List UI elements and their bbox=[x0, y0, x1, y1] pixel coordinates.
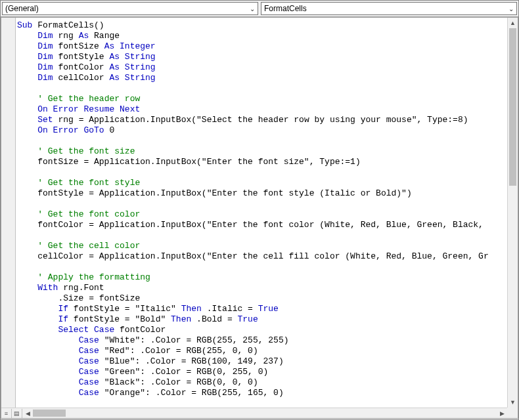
code-editor: Sub FormatCells() Dim rng As Range Dim f… bbox=[1, 17, 518, 419]
scroll-down-icon[interactable]: ▼ bbox=[508, 397, 518, 408]
code-text[interactable]: Sub FormatCells() Dim rng As Range Dim f… bbox=[17, 20, 506, 398]
horizontal-scrollbar[interactable]: ≡ ▤ ◀ ▶ bbox=[1, 408, 507, 418]
horizontal-scroll-track[interactable] bbox=[33, 408, 497, 418]
scrollbar-corner bbox=[507, 408, 518, 418]
horizontal-scroll-thumb[interactable] bbox=[33, 410, 66, 417]
dropdown-bar: (General) ⌄ FormatCells ⌄ bbox=[1, 1, 518, 17]
vertical-scrollbar[interactable]: ▲ ▼ bbox=[507, 18, 518, 408]
scroll-left-icon[interactable]: ◀ bbox=[22, 410, 33, 417]
procedure-dropdown-label: FormatCells bbox=[264, 4, 307, 13]
scroll-right-icon[interactable]: ▶ bbox=[497, 410, 507, 417]
chevron-down-icon: ⌄ bbox=[250, 5, 255, 12]
object-dropdown[interactable]: (General) ⌄ bbox=[2, 2, 258, 15]
code-area[interactable]: Sub FormatCells() Dim rng As Range Dim f… bbox=[16, 18, 507, 408]
procedure-view-button[interactable]: ≡ bbox=[1, 409, 12, 418]
vertical-scroll-thumb[interactable] bbox=[509, 28, 516, 186]
full-module-view-button[interactable]: ▤ bbox=[12, 409, 22, 418]
margin-gutter bbox=[1, 18, 16, 408]
procedure-dropdown[interactable]: FormatCells ⌄ bbox=[261, 2, 517, 15]
object-dropdown-label: (General) bbox=[5, 4, 39, 13]
chevron-down-icon: ⌄ bbox=[508, 5, 514, 12]
scroll-up-icon[interactable]: ▲ bbox=[508, 18, 518, 28]
